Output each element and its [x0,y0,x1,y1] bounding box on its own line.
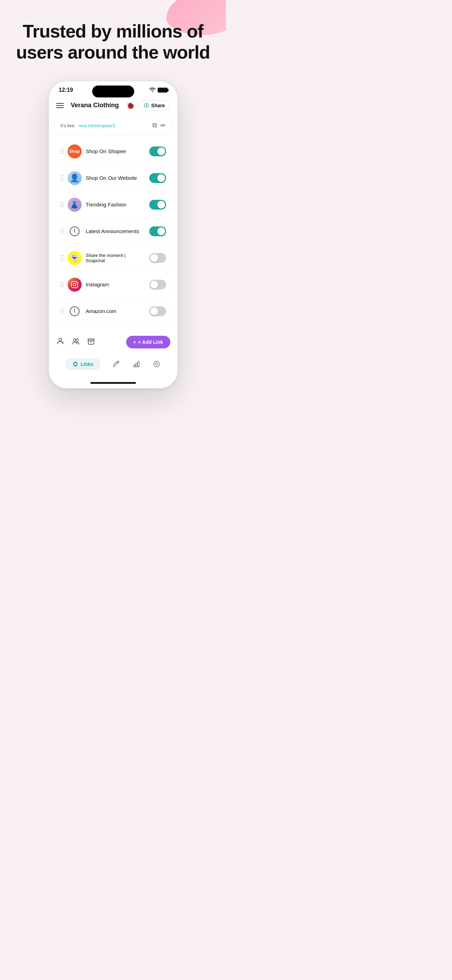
website-icon: 👤 [68,171,82,185]
share-icon [144,103,149,108]
svg-point-12 [118,361,119,362]
svg-rect-13 [134,365,135,367]
fashion-toggle[interactable] [149,200,166,210]
add-link-button[interactable]: + + Add Link [126,336,170,348]
status-bar: 12:19 [49,81,177,96]
link-label: Share the moment | Snapchat [86,253,145,263]
bottom-toolbar: + + Add Link [49,330,177,354]
hero-heading: Trusted by millions of users around the … [11,21,215,63]
svg-point-17 [156,363,158,365]
drag-handle[interactable] [60,255,64,261]
home-indicator [91,382,136,384]
instagram-toggle[interactable] [149,280,166,290]
svg-point-2 [74,232,75,233]
bug-icon[interactable]: 🐞 [126,101,135,110]
snapchat-icon: 👻 [68,251,82,265]
drag-handle[interactable] [60,202,64,207]
design-icon [112,360,121,368]
menu-icon[interactable] [56,103,64,108]
svg-rect-11 [88,339,94,340]
announcement-icon [68,224,82,238]
header-right: 🐞 Share [126,100,170,111]
links-chain-icon [72,361,78,368]
link-label: Shop On Shopee [86,148,145,154]
drag-handle[interactable] [60,149,64,154]
page-container: Trusted by millions of users around the … [0,0,226,403]
list-item: 👤 Shop On Our Website [55,166,172,190]
group-icon[interactable] [72,337,80,347]
archive-icon[interactable] [87,337,95,347]
app-title: Verana Clothing [71,102,119,109]
svg-point-10 [76,339,78,341]
list-item: 👻 Share the moment | Snapchat [55,246,172,270]
website-toggle[interactable] [149,173,166,183]
svg-point-9 [73,339,76,341]
share-button[interactable]: Share [138,100,170,111]
list-item: Amazon.com [55,299,172,323]
instagram-icon [68,278,82,292]
copy-icon[interactable]: ⧉ [153,122,157,129]
bottom-nav: Links [49,354,177,379]
status-icons [149,88,167,92]
nav-stats-tab[interactable] [132,360,140,368]
list-item: 👗 Trending Fashion [55,193,172,216]
link-label: Latest Announcements [86,228,145,234]
list-item: Shop Shop On Shopee [55,140,172,163]
svg-point-4 [73,283,76,286]
link-label: Amazon.com [86,308,145,314]
status-time: 12:19 [59,87,73,93]
preview-icon [153,360,161,368]
live-link-text: It's live: nexl.ink/template3 [60,123,115,129]
live-link-url[interactable]: nexl.ink/template3 [78,123,115,128]
edit-icon[interactable]: ✏ [161,122,166,129]
amazon-icon [68,304,82,318]
svg-point-16 [154,361,159,367]
svg-rect-15 [138,361,139,367]
dynamic-island [92,86,134,97]
person-icon[interactable] [56,337,64,347]
battery-icon [158,88,167,92]
alert-circle-icon [69,226,80,237]
list-item: Instagram [55,273,172,296]
live-link-bar: It's live: nexl.ink/template3 ⧉ ✏ [55,116,172,135]
drag-handle[interactable] [60,309,64,314]
fashion-icon: 👗 [68,198,82,212]
snapchat-toggle[interactable] [149,253,166,263]
amazon-toggle[interactable] [149,306,166,316]
link-label: Shop On Our Website [86,175,145,181]
links-list: Shop Shop On Shopee 👤 Shop On Our Websit… [49,140,177,323]
link-label: Instagram [86,282,145,287]
shopee-toggle[interactable] [149,146,166,156]
announcements-toggle[interactable] [149,226,166,236]
shopee-icon: Shop [68,145,82,158]
links-tab-label: Links [81,361,94,367]
nav-links-tab[interactable]: Links [65,358,100,370]
link-label: Trending Fashion [86,202,145,207]
toolbar-icons [56,337,95,347]
nav-design-tab[interactable] [112,360,121,368]
list-item: Latest Announcements [55,220,172,243]
drag-handle[interactable] [60,175,64,180]
svg-point-7 [74,312,75,313]
drag-handle[interactable] [60,229,64,234]
stats-icon [132,360,140,368]
nav-preview-tab[interactable] [153,360,161,368]
drag-handle[interactable] [60,282,64,287]
svg-point-5 [76,282,77,283]
phone-mockup: 12:19 Verana Clothing 🐞 [48,81,178,389]
svg-rect-14 [135,363,137,367]
wifi-icon [149,88,156,92]
app-header: Verana Clothing 🐞 Share [49,96,177,116]
svg-point-8 [59,338,62,341]
live-link-actions: ⧉ ✏ [153,122,166,129]
